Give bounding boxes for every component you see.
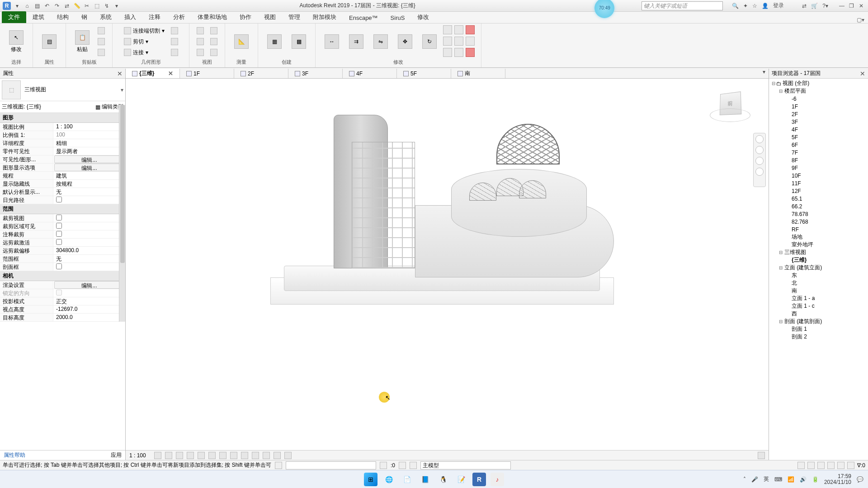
tree-level-item[interactable]: 7F: [769, 149, 868, 156]
tree-floorplans[interactable]: ⊟楼层平面: [769, 87, 868, 95]
tab-arch[interactable]: 建筑: [26, 11, 51, 23]
v1-button[interactable]: [208, 26, 219, 35]
view-tab-4f[interactable]: 4F: [343, 69, 397, 78]
geom-a-button[interactable]: [169, 26, 180, 35]
properties-close-icon[interactable]: ✕: [117, 70, 123, 77]
properties-header[interactable]: 属性 ✕: [0, 69, 125, 79]
copy-button[interactable]: [96, 37, 107, 46]
analytical-icon[interactable]: [274, 452, 281, 459]
mg2-icon[interactable]: [454, 25, 463, 34]
clock[interactable]: 17:59 2024/11/10: [824, 474, 851, 485]
tray-keyboard-icon[interactable]: ⌨: [774, 476, 782, 483]
tree-level-item[interactable]: 10F: [769, 172, 868, 179]
measure-button[interactable]: 📐: [231, 26, 252, 57]
qat-save-icon[interactable]: ▤: [33, 2, 41, 9]
lock-icon[interactable]: [230, 452, 237, 459]
tab-addins[interactable]: 附加模块: [307, 11, 343, 23]
create-button[interactable]: ▦: [264, 26, 285, 57]
status-combo-1[interactable]: [286, 461, 376, 469]
exchange-icon[interactable]: ⇄: [802, 3, 807, 9]
match-button[interactable]: [96, 48, 107, 57]
geom-cut-button[interactable]: 剪切▾: [122, 37, 166, 46]
qat-undo-icon[interactable]: ↶: [43, 2, 51, 9]
row-eye-value[interactable]: -12697.0: [53, 305, 125, 313]
row-hidden-value[interactable]: 按规程: [53, 180, 125, 188]
view-tab-2f[interactable]: 2F: [234, 69, 288, 78]
worksharing-icon[interactable]: [758, 452, 765, 459]
minimize-button[interactable]: —: [839, 3, 845, 9]
tray-volume-icon[interactable]: 🔊: [800, 476, 807, 483]
cope-button[interactable]: 连接端切割▾: [122, 26, 166, 35]
cart-icon[interactable]: 🛒: [811, 3, 818, 9]
tray-chevron-icon[interactable]: ˄: [743, 476, 746, 483]
mirror-button[interactable]: ⇋: [370, 26, 392, 57]
view-tab-3f[interactable]: 3F: [288, 69, 343, 78]
view-tab-3d-close-icon[interactable]: ✕: [168, 70, 173, 77]
row-faroff-value[interactable]: 304800.0: [53, 247, 125, 254]
tree-elevation-item[interactable]: 立面 1 - c: [769, 302, 868, 310]
tree-level-item[interactable]: 场地: [769, 233, 868, 241]
tab-manage[interactable]: 管理: [282, 11, 307, 23]
constraints-icon[interactable]: [263, 452, 270, 459]
status-editable-icon[interactable]: [399, 462, 406, 469]
tree-level-item[interactable]: 室外地坪: [769, 241, 868, 249]
start-button[interactable]: ⊞: [364, 473, 377, 486]
qq-icon[interactable]: 🐧: [436, 473, 450, 486]
view-tab-3d[interactable]: {三维}✕: [126, 69, 180, 78]
expand-icon[interactable]: ⊟: [778, 250, 783, 255]
row-farcl-check[interactable]: [53, 239, 125, 246]
qat-section-icon[interactable]: ✂: [83, 2, 90, 9]
help-icon[interactable]: ?▾: [822, 3, 828, 9]
status-worksets-icon[interactable]: [275, 462, 282, 469]
tree-3dviews[interactable]: ⊟三维视图: [769, 249, 868, 256]
render-icon[interactable]: [198, 452, 205, 459]
restore-button[interactable]: ❐: [849, 3, 855, 9]
tree-level-item[interactable]: 78.678: [769, 210, 868, 218]
temp-hide-icon[interactable]: [241, 452, 248, 459]
tab-struct[interactable]: 结构: [51, 11, 75, 23]
project-browser-header[interactable]: 项目浏览器 - 17届国 ✕: [769, 69, 868, 79]
nav-orbit-icon[interactable]: [755, 168, 764, 176]
tree-level-item[interactable]: -6: [769, 95, 868, 103]
row-target-value[interactable]: 2000.0: [53, 314, 125, 321]
tray-mic-icon[interactable]: 🎤: [751, 476, 758, 483]
tab-file[interactable]: 文件: [2, 11, 26, 23]
search-icon[interactable]: 🔍: [732, 3, 739, 9]
row-disc-value[interactable]: 建筑: [53, 172, 125, 179]
tab-collab[interactable]: 协作: [233, 11, 258, 23]
tab-system[interactable]: 系统: [94, 11, 118, 23]
tree-elevation-item[interactable]: 北: [769, 279, 868, 287]
status-design-icon[interactable]: [410, 462, 417, 469]
row-scale-value[interactable]: 1 : 100: [53, 123, 125, 131]
delete-icon[interactable]: [466, 48, 475, 57]
geom-c-button[interactable]: [169, 48, 180, 57]
viewcube-compass[interactable]: [710, 108, 750, 122]
row-proj-value[interactable]: 正交: [53, 297, 125, 305]
sel-pinned-icon[interactable]: [817, 462, 825, 469]
3d-canvas[interactable]: ↖ 前: [126, 79, 769, 450]
qat-home-icon[interactable]: ⌂: [24, 2, 31, 9]
row-sbox-value[interactable]: 无: [53, 255, 125, 263]
type-drop-icon[interactable]: ▾: [121, 87, 123, 93]
tree-level-item[interactable]: 11F: [769, 179, 868, 187]
tree-level-item[interactable]: 65.1: [769, 195, 868, 202]
tab-modify[interactable]: 修改: [411, 11, 435, 23]
tab-annotate[interactable]: 注释: [142, 11, 167, 23]
tree-elevation-item[interactable]: 南: [769, 287, 868, 295]
qat-3d-icon[interactable]: ⬚: [93, 2, 100, 9]
ime-lang[interactable]: 英: [764, 475, 769, 483]
row-cropv-check[interactable]: [53, 214, 125, 222]
tree-level-item[interactable]: 8F: [769, 156, 868, 164]
app-icon-2[interactable]: 📘: [418, 473, 432, 486]
row-cropr-check[interactable]: [53, 222, 125, 230]
tree-elevation-item[interactable]: 东: [769, 272, 868, 279]
expand-icon[interactable]: ⊟: [778, 319, 783, 324]
wps-icon[interactable]: 📝: [454, 473, 468, 486]
row-parts-value[interactable]: 显示两者: [53, 147, 125, 155]
search-input[interactable]: 键入关键字或短语: [642, 1, 723, 10]
app-logo[interactable]: R: [3, 2, 11, 10]
app-icon-1[interactable]: 📄: [400, 473, 414, 486]
view-scale-button[interactable]: 1 : 100: [129, 452, 146, 459]
reveal-icon[interactable]: [252, 452, 259, 459]
tree-level-item[interactable]: 9F: [769, 164, 868, 172]
